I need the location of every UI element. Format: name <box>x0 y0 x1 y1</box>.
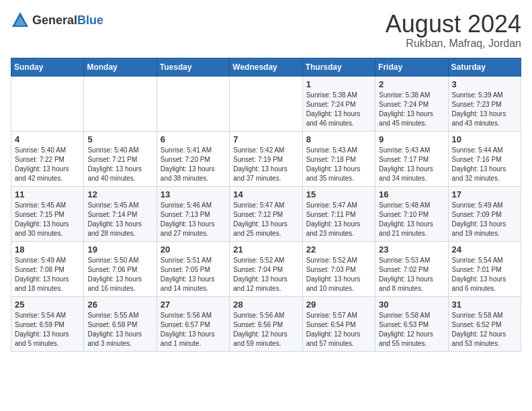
day-number: 1 <box>306 79 371 89</box>
calendar-cell <box>157 76 229 131</box>
day-info: Sunrise: 5:58 AM Sunset: 6:53 PM Dayligh… <box>379 311 444 349</box>
day-info: Sunrise: 5:49 AM Sunset: 7:09 PM Dayligh… <box>452 201 517 238</box>
day-info: Sunrise: 5:47 AM Sunset: 7:12 PM Dayligh… <box>233 201 298 238</box>
logo-general-text: General <box>32 13 77 27</box>
day-number: 8 <box>306 134 371 144</box>
day-info: Sunrise: 5:46 AM Sunset: 7:13 PM Dayligh… <box>161 201 226 238</box>
day-info: Sunrise: 5:52 AM Sunset: 7:04 PM Dayligh… <box>233 256 298 293</box>
day-info: Sunrise: 5:43 AM Sunset: 7:18 PM Dayligh… <box>306 146 371 183</box>
day-number: 21 <box>233 244 298 255</box>
day-number: 30 <box>379 300 444 310</box>
calendar-week-row: 4Sunrise: 5:40 AM Sunset: 7:22 PM Daylig… <box>11 131 521 186</box>
day-info: Sunrise: 5:52 AM Sunset: 7:03 PM Dayligh… <box>306 256 371 293</box>
calendar-cell: 25Sunrise: 5:54 AM Sunset: 6:59 PM Dayli… <box>11 296 84 351</box>
day-number: 18 <box>15 244 80 255</box>
day-number: 31 <box>452 300 517 310</box>
calendar-cell: 24Sunrise: 5:54 AM Sunset: 7:01 PM Dayli… <box>448 241 521 296</box>
day-info: Sunrise: 5:40 AM Sunset: 7:22 PM Dayligh… <box>15 146 80 183</box>
calendar-cell: 15Sunrise: 5:47 AM Sunset: 7:11 PM Dayli… <box>302 186 375 241</box>
day-number: 7 <box>233 134 298 144</box>
calendar-cell <box>230 76 302 131</box>
weekday-header: Thursday <box>302 58 375 76</box>
calendar-cell: 1Sunrise: 5:38 AM Sunset: 7:24 PM Daylig… <box>302 76 375 131</box>
calendar-cell: 6Sunrise: 5:41 AM Sunset: 7:20 PM Daylig… <box>157 131 229 186</box>
weekday-header: Friday <box>375 58 448 76</box>
day-number: 15 <box>306 189 371 199</box>
calendar-cell: 9Sunrise: 5:43 AM Sunset: 7:17 PM Daylig… <box>375 131 448 186</box>
calendar-week-row: 1Sunrise: 5:38 AM Sunset: 7:24 PM Daylig… <box>11 76 521 131</box>
calendar-cell: 31Sunrise: 5:58 AM Sunset: 6:52 PM Dayli… <box>448 296 521 351</box>
calendar-body: 1Sunrise: 5:38 AM Sunset: 7:24 PM Daylig… <box>11 76 521 351</box>
day-info: Sunrise: 5:42 AM Sunset: 7:19 PM Dayligh… <box>233 146 298 183</box>
calendar-cell: 30Sunrise: 5:58 AM Sunset: 6:53 PM Dayli… <box>375 296 448 351</box>
day-info: Sunrise: 5:51 AM Sunset: 7:05 PM Dayligh… <box>161 256 226 293</box>
calendar-cell: 2Sunrise: 5:38 AM Sunset: 7:24 PM Daylig… <box>375 76 448 131</box>
calendar-cell: 18Sunrise: 5:49 AM Sunset: 7:08 PM Dayli… <box>11 241 84 296</box>
weekday-header: Monday <box>84 58 157 76</box>
day-info: Sunrise: 5:40 AM Sunset: 7:21 PM Dayligh… <box>87 146 152 183</box>
calendar-cell: 14Sunrise: 5:47 AM Sunset: 7:12 PM Dayli… <box>230 186 302 241</box>
day-info: Sunrise: 5:41 AM Sunset: 7:20 PM Dayligh… <box>161 146 226 183</box>
day-number: 9 <box>379 134 444 144</box>
day-info: Sunrise: 5:47 AM Sunset: 7:11 PM Dayligh… <box>306 201 371 238</box>
calendar-cell: 19Sunrise: 5:50 AM Sunset: 7:06 PM Dayli… <box>84 241 157 296</box>
calendar-cell <box>11 76 84 131</box>
calendar-cell: 17Sunrise: 5:49 AM Sunset: 7:09 PM Dayli… <box>448 186 521 241</box>
calendar-cell: 26Sunrise: 5:55 AM Sunset: 6:58 PM Dayli… <box>84 296 157 351</box>
day-info: Sunrise: 5:55 AM Sunset: 6:58 PM Dayligh… <box>87 311 152 349</box>
weekday-header: Sunday <box>11 58 84 76</box>
day-number: 10 <box>452 134 517 144</box>
calendar-cell <box>84 76 157 131</box>
calendar-cell: 4Sunrise: 5:40 AM Sunset: 7:22 PM Daylig… <box>11 131 84 186</box>
calendar-cell: 27Sunrise: 5:56 AM Sunset: 6:57 PM Dayli… <box>157 296 229 351</box>
day-info: Sunrise: 5:48 AM Sunset: 7:10 PM Dayligh… <box>379 201 444 238</box>
calendar-cell: 16Sunrise: 5:48 AM Sunset: 7:10 PM Dayli… <box>375 186 448 241</box>
calendar-cell: 7Sunrise: 5:42 AM Sunset: 7:19 PM Daylig… <box>230 131 302 186</box>
day-number: 27 <box>161 300 226 310</box>
day-number: 12 <box>87 189 152 199</box>
day-number: 3 <box>452 79 517 89</box>
weekday-header: Wednesday <box>230 58 302 76</box>
day-info: Sunrise: 5:58 AM Sunset: 6:52 PM Dayligh… <box>452 311 517 349</box>
logo: GeneralBlue <box>11 11 103 30</box>
day-info: Sunrise: 5:43 AM Sunset: 7:17 PM Dayligh… <box>379 146 444 183</box>
calendar-cell: 10Sunrise: 5:44 AM Sunset: 7:16 PM Dayli… <box>448 131 521 186</box>
calendar-cell: 22Sunrise: 5:52 AM Sunset: 7:03 PM Dayli… <box>302 241 375 296</box>
calendar-header: SundayMondayTuesdayWednesdayThursdayFrid… <box>11 58 521 76</box>
day-info: Sunrise: 5:56 AM Sunset: 6:57 PM Dayligh… <box>161 311 226 349</box>
day-info: Sunrise: 5:54 AM Sunset: 6:59 PM Dayligh… <box>15 311 80 349</box>
day-info: Sunrise: 5:56 AM Sunset: 6:56 PM Dayligh… <box>233 311 298 349</box>
calendar-cell: 12Sunrise: 5:45 AM Sunset: 7:14 PM Dayli… <box>84 186 157 241</box>
title-block: August 2024 Rukban, Mafraq, Jordan <box>386 11 521 50</box>
day-info: Sunrise: 5:53 AM Sunset: 7:02 PM Dayligh… <box>379 256 444 293</box>
day-number: 23 <box>379 244 444 255</box>
calendar-week-row: 25Sunrise: 5:54 AM Sunset: 6:59 PM Dayli… <box>11 296 521 351</box>
day-info: Sunrise: 5:49 AM Sunset: 7:08 PM Dayligh… <box>15 256 80 293</box>
day-number: 4 <box>15 134 80 144</box>
day-number: 16 <box>379 189 444 199</box>
day-number: 13 <box>161 189 226 199</box>
location-subtitle: Rukban, Mafraq, Jordan <box>386 38 521 50</box>
day-number: 11 <box>15 189 80 199</box>
calendar-cell: 3Sunrise: 5:39 AM Sunset: 7:23 PM Daylig… <box>448 76 521 131</box>
day-number: 5 <box>87 134 152 144</box>
day-number: 26 <box>87 300 152 310</box>
calendar-cell: 23Sunrise: 5:53 AM Sunset: 7:02 PM Dayli… <box>375 241 448 296</box>
logo-icon <box>11 11 30 30</box>
day-number: 29 <box>306 300 371 310</box>
calendar-table: SundayMondayTuesdayWednesdayThursdayFrid… <box>11 58 521 352</box>
calendar-cell: 8Sunrise: 5:43 AM Sunset: 7:18 PM Daylig… <box>302 131 375 186</box>
day-number: 19 <box>87 244 152 255</box>
calendar-cell: 13Sunrise: 5:46 AM Sunset: 7:13 PM Dayli… <box>157 186 229 241</box>
day-info: Sunrise: 5:38 AM Sunset: 7:24 PM Dayligh… <box>379 91 444 128</box>
day-number: 22 <box>306 244 371 255</box>
day-info: Sunrise: 5:57 AM Sunset: 6:54 PM Dayligh… <box>306 311 371 349</box>
day-number: 17 <box>452 189 517 199</box>
day-number: 6 <box>161 134 226 144</box>
calendar-cell: 28Sunrise: 5:56 AM Sunset: 6:56 PM Dayli… <box>230 296 302 351</box>
day-number: 2 <box>379 79 444 89</box>
weekday-header: Tuesday <box>157 58 229 76</box>
day-info: Sunrise: 5:45 AM Sunset: 7:14 PM Dayligh… <box>87 201 152 238</box>
calendar-cell: 20Sunrise: 5:51 AM Sunset: 7:05 PM Dayli… <box>157 241 229 296</box>
day-number: 24 <box>452 244 517 255</box>
